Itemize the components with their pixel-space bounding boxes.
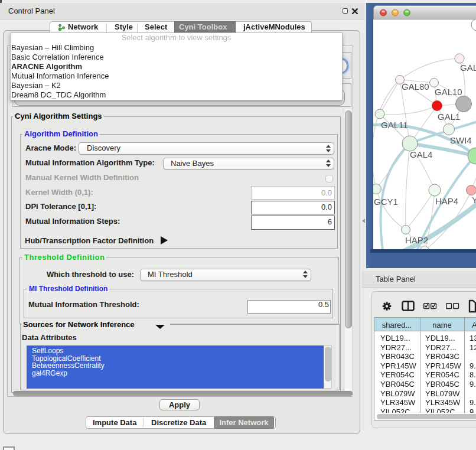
svg-text:Y: Y <box>472 195 476 205</box>
svg-text:SWI4: SWI4 <box>450 135 472 145</box>
svg-text:GAL11: GAL11 <box>381 120 408 130</box>
svg-text:GAL80: GAL80 <box>402 81 429 92</box>
svg-text:GAL10: GAL10 <box>435 87 462 97</box>
svg-text:HAP2: HAP2 <box>405 235 428 245</box>
svg-text:GCY1: GCY1 <box>374 197 398 207</box>
svg-text:GAL7: GAL7 <box>460 63 476 73</box>
svg-text:GAL4: GAL4 <box>410 149 432 159</box>
svg-text:HAP4: HAP4 <box>435 196 458 206</box>
svg-text:GAL1: GAL1 <box>438 112 460 122</box>
